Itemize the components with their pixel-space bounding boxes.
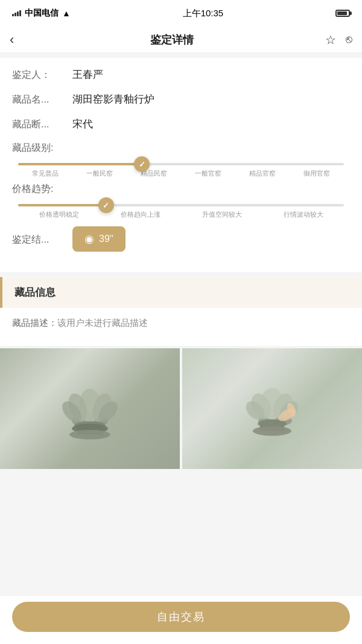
- collection-section: 藏品信息 藏品描述： 该用户未进行藏品描述: [0, 277, 362, 346]
- status-time: 上午10:35: [183, 8, 224, 19]
- price-track: ✓: [18, 204, 344, 206]
- signal-bars: [12, 10, 21, 16]
- grade-labels: 常见普品 一般民窑 精品民窑 一般官窑 精品官窑 御用官窑: [18, 169, 344, 178]
- battery-icon: [335, 10, 350, 17]
- carrier-label: 中国电信: [25, 8, 59, 19]
- wifi-icon: ▲: [62, 8, 71, 18]
- price-fill: [18, 204, 106, 206]
- grade-row: 藏品级别: ✓ 常见普品 一般民窑 精品民窑 一般官窑 精品官窑 御用官窑: [12, 142, 350, 178]
- period-value: 宋代: [72, 117, 93, 131]
- signal-bar-4: [19, 10, 21, 16]
- grade-track: ✓: [18, 163, 344, 165]
- status-left: 中国电信 ▲: [12, 8, 71, 19]
- signal-bar-2: [14, 13, 16, 16]
- price-trend-row: 价格趋势: ✓ 价格透明稳定 价格趋向上涨 升值空间较大 行情波动较大: [12, 183, 350, 219]
- appraiser-row: 鉴定人： 王春严: [12, 68, 350, 81]
- star-icon[interactable]: ☆: [325, 33, 336, 47]
- nav-bar: ‹ 鉴定详情 ☆ ⎋: [0, 27, 362, 53]
- price-label-3: 行情波动较大: [262, 210, 344, 219]
- nav-actions: ☆ ⎋: [325, 33, 352, 47]
- signal-bar-3: [17, 11, 19, 16]
- price-trend-label: 价格趋势:: [12, 183, 350, 196]
- svg-point-19: [253, 426, 291, 436]
- checkmark-icon: ✓: [139, 160, 145, 169]
- bottom-bar: 自由交易: [0, 595, 362, 644]
- collection-name-row: 藏品名... 湖田窑影青釉行炉: [12, 92, 350, 106]
- audio-result[interactable]: ◉ 39'': [72, 226, 125, 252]
- page-title: 鉴定详情: [150, 33, 194, 47]
- grade-fill: [18, 163, 142, 165]
- period-row: 藏品断... 宋代: [12, 117, 350, 131]
- result-row: 鉴定结... ◉ 39'': [12, 226, 350, 252]
- desc-value: 该用户未进行藏品描述: [57, 317, 148, 329]
- price-checkmark-icon: ✓: [103, 201, 109, 210]
- status-bar: 中国电信 ▲ 上午10:35: [0, 0, 362, 27]
- appraiser-label: 鉴定人：: [12, 68, 72, 81]
- price-labels: 价格透明稳定 价格趋向上涨 升值空间较大 行情波动较大: [18, 210, 344, 219]
- images-grid: [0, 348, 362, 469]
- lotus-svg-2: [236, 372, 308, 445]
- collection-name-label: 藏品名...: [12, 92, 72, 106]
- status-right: [335, 10, 350, 17]
- grade-label-0: 常见普品: [18, 169, 72, 178]
- lotus-svg-1: [54, 372, 126, 445]
- collection-header: 藏品信息: [0, 277, 362, 308]
- price-label-0: 价格透明稳定: [18, 210, 100, 219]
- grade-slider: ✓ 常见普品 一般民窑 精品民窑 一般官窑 精品官窑 御用官窑: [12, 163, 350, 178]
- result-label: 鉴定结...: [12, 232, 72, 246]
- grade-label: 藏品级别:: [12, 142, 350, 155]
- grade-label-5: 御用官窑: [290, 169, 344, 178]
- free-trade-button[interactable]: 自由交易: [12, 602, 350, 632]
- audio-icon: ◉: [84, 232, 94, 246]
- grade-label-2: 精品民窑: [127, 169, 181, 178]
- period-label: 藏品断...: [12, 117, 72, 131]
- info-section: 鉴定人： 王春严 藏品名... 湖田窑影青釉行炉 藏品断... 宋代 藏品级别:…: [0, 58, 362, 272]
- collection-body: 藏品描述： 该用户未进行藏品描述: [0, 308, 362, 346]
- desc-row: 藏品描述： 该用户未进行藏品描述: [12, 317, 350, 329]
- price-label-2: 升值空间较大: [181, 210, 262, 219]
- collection-name-value: 湖田窑影青釉行炉: [72, 92, 154, 106]
- divider-1: [0, 272, 362, 277]
- price-slider: ✓ 价格透明稳定 价格趋向上涨 升值空间较大 行情波动较大: [12, 204, 350, 219]
- battery-fill: [337, 11, 347, 15]
- image-2[interactable]: [182, 348, 362, 469]
- grade-label-3: 一般官窑: [181, 169, 235, 178]
- desc-label: 藏品描述：: [12, 317, 57, 329]
- grade-label-1: 一般民窑: [72, 169, 127, 178]
- bottom-spacer: [0, 469, 362, 523]
- image-1[interactable]: [0, 348, 180, 469]
- audio-time: 39'': [99, 234, 113, 244]
- grade-thumb: ✓: [134, 156, 150, 172]
- price-label-1: 价格趋向上涨: [100, 210, 181, 219]
- svg-point-10: [69, 430, 110, 439]
- grade-label-4: 精品官窑: [235, 169, 290, 178]
- price-thumb: ✓: [98, 197, 114, 213]
- back-button[interactable]: ‹: [10, 30, 19, 50]
- appraiser-value: 王春严: [72, 68, 103, 81]
- signal-bar-1: [12, 14, 14, 16]
- share-icon[interactable]: ⎋: [346, 33, 352, 46]
